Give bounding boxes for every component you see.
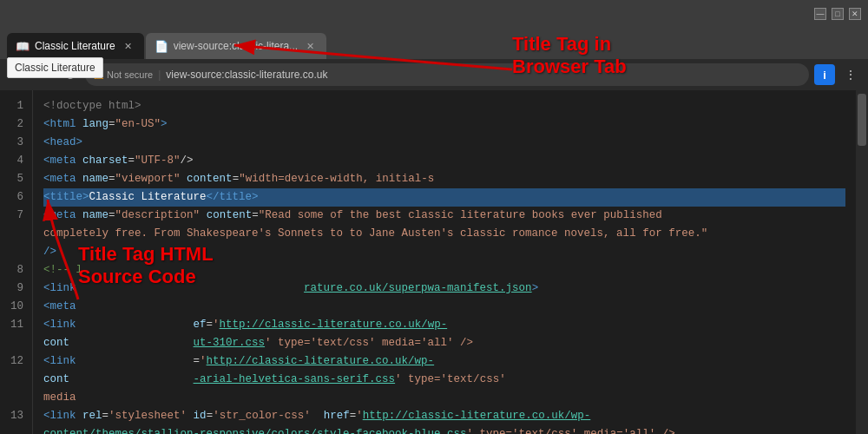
code-line-13b: content/themes/stallion-responsive/color… [43,425,845,434]
tab-icon-book: 📖 [16,40,30,53]
code-line-7b: completely free. From Shakespeare's Sonn… [43,225,845,243]
tabs-bar: 📖 Classic Literature ✕ 📄 view-source:cla… [0,28,868,59]
not-secure-indicator: ⚠ Not secure [94,69,153,82]
annotation-browser-tab-label: Title Tag inBrowser Tab [512,33,627,79]
code-line-7a: <meta name="description" content="Read s… [43,207,845,225]
code-line-2: <html lang="en-US"> [43,115,845,134]
menu-button[interactable]: ⋮ [840,64,861,85]
title-bar: — □ ✕ [0,0,868,28]
code-line-12b: cont -arial-helvetica-sans-serif.css' ty… [43,371,845,389]
code-line-5: <meta name="viewport" content="width=dev… [43,170,845,188]
scrollbar-thumb[interactable] [858,94,866,146]
tab-title-view-source: view-source:classic-litera... [174,40,298,52]
annotation-html-source-label: Title Tag HTMLSource Code [78,243,214,289]
nav-right-actions: i ⋮ [814,64,861,85]
forward-button[interactable]: › [33,64,54,85]
code-line-3: <head> [43,134,845,152]
url-display: view-source:classic-literature.co.uk [166,69,327,81]
nav-bar: ‹ › ↻ ⚠ Not secure | view-source:classic… [0,59,868,90]
line-numbers: 1 2 3 4 5 6 7 8 9 10 11 12 13 14 15 [0,90,33,434]
code-line-6: <title>Classic Literature</title> [43,188,845,207]
info-button[interactable]: i [814,64,835,85]
maximize-button[interactable]: □ [832,8,844,20]
code-line-12a: <link ='http://classic-literature.co.uk/… [43,352,845,371]
code-line-1: <!doctype html> [43,97,845,115]
code-line-12c: media [43,389,845,407]
code-line-10: <meta [43,298,845,316]
annotation-browser-tab-text: Title Tag inBrowser Tab [512,33,627,77]
tab-title-classic-literature: Classic Literature [35,40,115,52]
code-line-4: <meta charset="UTF-8"/> [43,152,845,170]
close-button[interactable]: ✕ [849,8,861,20]
tab-close-source-button[interactable]: ✕ [303,39,318,54]
code-line-13a: <link rel='stylesheet' id='str_color-css… [43,407,845,425]
warning-icon: ⚠ [94,69,104,82]
scrollbar[interactable] [856,90,868,434]
tab-view-source[interactable]: 📄 view-source:classic-litera... ✕ [146,33,326,59]
address-bar[interactable]: ⚠ Not secure | view-source:classic-liter… [85,63,809,86]
back-button[interactable]: ‹ [7,64,28,85]
not-secure-label: Not secure [107,69,153,80]
reload-button[interactable]: ↻ [59,64,80,85]
code-line-11a: <link ef='http://classic-literature.co.u… [43,316,845,334]
code-line-11b: cont ut-310r.css' type='text/css' media=… [43,334,845,352]
minimize-button[interactable]: — [814,8,826,20]
tab-close-button[interactable]: ✕ [121,39,135,54]
tab-classic-literature[interactable]: 📖 Classic Literature ✕ [7,33,144,59]
tab-icon-source: 📄 [155,40,168,53]
